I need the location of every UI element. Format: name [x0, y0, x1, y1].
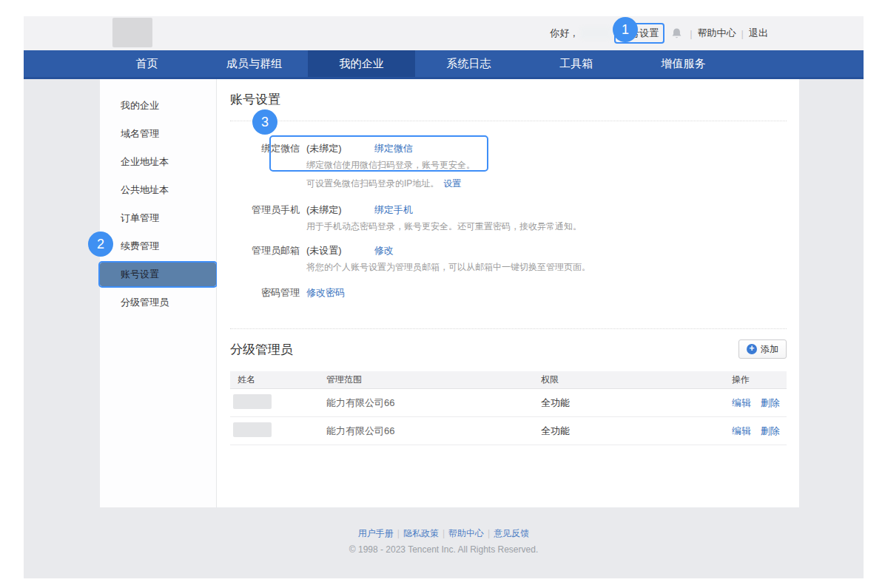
greeting-text: 你好， — [550, 27, 579, 40]
setting-row-admin-phone: 管理员手机 (未绑定) 绑定手机 用于手机动态密码登录，账号更安全。还可重置密码… — [230, 202, 787, 234]
edit-admin-link[interactable]: 编辑 — [732, 425, 751, 436]
nav-tab-toolbox[interactable]: 工具箱 — [522, 50, 630, 77]
table-row: 能力有限公司66 全功能 编辑 删除 — [230, 389, 787, 417]
bind-wechat-link[interactable]: 绑定微信 — [374, 141, 413, 156]
setting-label: 管理员邮箱 — [230, 243, 300, 274]
footer-link-feedback[interactable]: 意见反馈 — [494, 528, 529, 538]
separator: | — [397, 528, 400, 538]
setting-extra-desc: 可设置免微信扫码登录的IP地址。设置 — [306, 176, 475, 191]
annotation-badge-1: 1 — [613, 17, 638, 42]
sidebar-item-my-enterprise[interactable]: 我的企业 — [100, 94, 216, 118]
setting-label: 绑定微信 — [230, 141, 300, 191]
bind-phone-link[interactable]: 绑定手机 — [374, 202, 413, 217]
nav-tab-home[interactable]: 首页 — [93, 50, 201, 77]
divider — [230, 328, 787, 329]
sidebar-item-renewal-management[interactable]: 续费管理 — [100, 234, 216, 258]
table-header-row: 姓名 管理范围 权限 操作 — [230, 371, 787, 389]
col-header-actions: 操作 — [732, 374, 787, 386]
ip-whitelist-settings-link[interactable]: 设置 — [443, 178, 461, 189]
nav-tab-my-enterprise[interactable]: 我的企业 — [308, 50, 415, 77]
sidebar-item-public-address-book[interactable]: 公共地址本 — [100, 178, 216, 202]
modify-admin-email-link[interactable]: 修改 — [374, 243, 394, 258]
edit-admin-link[interactable]: 编辑 — [732, 397, 751, 408]
setting-status: (未绑定) — [306, 202, 342, 217]
sidebar-item-account-settings[interactable]: 账号设置 — [100, 263, 216, 286]
extra-desc-text: 可设置免微信扫码登录的IP地址。 — [306, 178, 439, 189]
logout-link[interactable]: 退出 — [749, 27, 768, 40]
admin-name-redacted — [233, 422, 272, 437]
content-area: 我的企业 域名管理 企业地址本 公共地址本 订单管理 续费管理 账号设置 分级管… — [24, 79, 864, 578]
setting-row-wechat: 绑定微信 (未绑定) 绑定微信 绑定微信使用微信扫码登录，账号更安全。 可设置免… — [230, 141, 787, 191]
delegated-admin-header: 分级管理员 + 添加 — [230, 338, 787, 360]
notification-bell-icon[interactable] — [671, 27, 683, 40]
section-title: 分级管理员 — [230, 341, 293, 358]
col-header-name: 姓名 — [230, 374, 326, 386]
annotation-badge-2: 2 — [88, 232, 113, 257]
setting-label: 管理员手机 — [230, 202, 300, 234]
username-redacted — [580, 27, 611, 39]
admin-permission: 全功能 — [541, 425, 732, 438]
setting-desc: 用于手机动态密码登录，账号更安全。还可重置密码，接收异常通知。 — [306, 219, 582, 234]
sidebar-item-delegated-admins[interactable]: 分级管理员 — [100, 291, 216, 314]
separator: | — [488, 528, 490, 538]
nav-tabs: 首页 成员与群组 我的企业 系统日志 工具箱 增值服务 — [93, 50, 737, 77]
col-header-scope: 管理范围 — [326, 374, 541, 386]
table-row: 能力有限公司66 全功能 编辑 删除 — [230, 417, 787, 445]
add-button-label: 添加 — [761, 343, 778, 356]
admin-scope: 能力有限公司66 — [326, 425, 541, 438]
sidebar-item-enterprise-address-book[interactable]: 企业地址本 — [100, 150, 216, 174]
setting-status: (未绑定) — [306, 141, 342, 156]
nav-tab-value-added-services[interactable]: 增值服务 — [630, 50, 737, 77]
copyright-text: © 1998 - 2023 Tencent Inc. All Rights Re… — [24, 544, 864, 555]
setting-status: (未设置) — [306, 243, 342, 258]
add-admin-button[interactable]: + 添加 — [738, 339, 787, 359]
delete-admin-link[interactable]: 删除 — [761, 425, 780, 436]
nav-tab-system-logs[interactable]: 系统日志 — [415, 50, 522, 77]
sidebar-item-order-management[interactable]: 订单管理 — [100, 206, 216, 230]
change-password-link[interactable]: 修改密码 — [306, 285, 345, 300]
annotation-badge-3: 3 — [252, 109, 277, 135]
separator: | — [741, 28, 744, 39]
footer-link-privacy-policy[interactable]: 隐私政策 — [403, 528, 439, 538]
admin-name-redacted — [233, 394, 272, 409]
footer-link-user-manual[interactable]: 用户手册 — [358, 528, 394, 538]
admin-permission: 全功能 — [541, 396, 732, 410]
screen: 你好， 账号设置 | 帮助中心 | 退出 首页 成员与群组 我的企业 系统日志 … — [0, 0, 885, 588]
top-bar-account-area: 你好， 账号设置 | 帮助中心 | 退出 — [550, 16, 768, 50]
setting-row-admin-email: 管理员邮箱 (未设置) 修改 将您的个人账号设置为管理员邮箱，可以从邮箱中一键切… — [230, 243, 787, 274]
primary-nav-bar: 首页 成员与群组 我的企业 系统日志 工具箱 增值服务 — [24, 50, 864, 79]
footer-links: 用户手册|隐私政策|帮助中心|意见反馈 — [24, 527, 864, 540]
page-title: 账号设置 — [230, 79, 787, 109]
delegated-admin-table: 姓名 管理范围 权限 操作 能力有限公司66 全功能 编辑 删除 — [230, 371, 787, 445]
divider — [230, 121, 787, 121]
main-panel: 账号设置 绑定微信 (未绑定) 绑定微信 绑定微信使用微信扫码登录，账号更安全。… — [217, 79, 799, 507]
separator: | — [690, 28, 692, 39]
setting-desc: 将您的个人账号设置为管理员邮箱，可以从邮箱中一键切换至管理页面。 — [306, 260, 590, 274]
admin-scope: 能力有限公司66 — [326, 396, 541, 410]
company-logo-redacted — [112, 18, 152, 47]
separator: | — [442, 528, 445, 538]
delete-admin-link[interactable]: 删除 — [761, 397, 780, 408]
setting-row-password: 密码管理 修改密码 — [230, 285, 787, 300]
page-footer: 用户手册|隐私政策|帮助中心|意见反馈 © 1998 - 2023 Tencen… — [24, 527, 864, 555]
help-center-link[interactable]: 帮助中心 — [698, 27, 736, 40]
sidebar-item-domain-management[interactable]: 域名管理 — [100, 122, 216, 146]
setting-desc: 绑定微信使用微信扫码登录，账号更安全。 — [306, 158, 475, 172]
col-header-permission: 权限 — [541, 374, 732, 386]
plus-circle-icon: + — [747, 344, 757, 354]
nav-tab-members-groups[interactable]: 成员与群组 — [201, 50, 308, 77]
footer-link-help-center[interactable]: 帮助中心 — [448, 528, 484, 538]
setting-label: 密码管理 — [230, 285, 300, 300]
admin-console-window: 你好， 账号设置 | 帮助中心 | 退出 首页 成员与群组 我的企业 系统日志 … — [24, 16, 864, 578]
sidebar: 我的企业 域名管理 企业地址本 公共地址本 订单管理 续费管理 账号设置 分级管… — [100, 79, 217, 507]
top-bar: 你好， 账号设置 | 帮助中心 | 退出 — [24, 16, 864, 50]
